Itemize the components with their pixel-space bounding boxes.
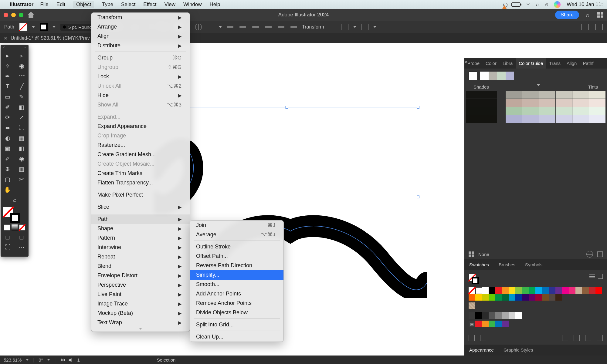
menubar-type[interactable]: Type bbox=[102, 2, 113, 8]
color-swatch[interactable] bbox=[529, 294, 535, 301]
menu-scroll-down-icon[interactable] bbox=[139, 328, 142, 330]
align-right-icon[interactable] bbox=[252, 24, 259, 30]
window-minimize-button[interactable] bbox=[11, 13, 16, 17]
magic-wand-tool[interactable]: ✧ bbox=[1, 61, 15, 71]
harmony-strip[interactable] bbox=[480, 72, 514, 80]
window-close-button[interactable] bbox=[4, 13, 8, 17]
menu-item[interactable]: Live Paint▶ bbox=[91, 290, 190, 299]
isolate-icon[interactable] bbox=[341, 24, 348, 30]
menubar-effect[interactable]: Effect bbox=[143, 2, 156, 8]
submenu-item[interactable]: Outline Stroke bbox=[190, 242, 283, 251]
siri-icon[interactable] bbox=[554, 1, 561, 8]
free-transform-tool[interactable]: ⛶ bbox=[15, 123, 29, 133]
gradient-tool[interactable]: ◧ bbox=[15, 143, 29, 153]
color-swatch[interactable] bbox=[495, 321, 502, 327]
menu-item[interactable]: Group⌘G bbox=[91, 53, 190, 62]
list-view-icon[interactable] bbox=[469, 251, 474, 257]
stroke-dropdown-icon[interactable] bbox=[53, 26, 56, 28]
panel-tab[interactable]: Libra bbox=[500, 58, 516, 69]
menu-item[interactable]: Rasterize... bbox=[91, 140, 190, 150]
color-swatch[interactable] bbox=[502, 287, 509, 294]
rotate-tool[interactable]: ⟳ bbox=[1, 112, 15, 123]
tint-swatch[interactable] bbox=[572, 99, 589, 107]
edit-toolbar-icon[interactable]: ⋯ bbox=[15, 242, 29, 252]
panel-close-icon[interactable]: ✕ bbox=[464, 59, 468, 64]
shades-tints-grid[interactable] bbox=[464, 91, 607, 123]
menubar-file[interactable]: File bbox=[40, 2, 48, 8]
color-swatch[interactable] bbox=[522, 294, 529, 301]
align-panel-button[interactable] bbox=[207, 24, 214, 30]
align-top-icon[interactable] bbox=[265, 24, 272, 30]
tint-swatch[interactable] bbox=[556, 99, 572, 107]
color-swatch[interactable] bbox=[489, 321, 495, 327]
menu-item[interactable]: Image Trace▶ bbox=[91, 299, 190, 308]
align-panel-dropdown-icon[interactable] bbox=[219, 26, 222, 28]
menu-item[interactable]: Make Pixel Perfect bbox=[91, 190, 190, 200]
menu-item[interactable]: Flatten Transparency... bbox=[91, 178, 190, 187]
eraser-tool[interactable]: ◧ bbox=[15, 102, 29, 112]
menu-item[interactable]: Intertwine▶ bbox=[91, 243, 190, 252]
submenu-item[interactable]: Remove Anchor Points bbox=[190, 298, 283, 308]
direct-selection-tool[interactable]: ▹ bbox=[15, 50, 29, 61]
none-mode-icon[interactable] bbox=[19, 224, 25, 231]
workspace-switcher-icon[interactable] bbox=[597, 12, 603, 18]
screen-mode-icon[interactable]: ⛶ bbox=[1, 242, 15, 252]
tint-swatch[interactable] bbox=[556, 107, 572, 115]
isolate-dropdown-icon[interactable] bbox=[353, 26, 356, 28]
menu-item[interactable]: Blend▶ bbox=[91, 261, 190, 271]
swatch-options-icon[interactable] bbox=[598, 274, 603, 279]
shaper-tool[interactable]: ✐ bbox=[1, 102, 15, 112]
submenu-item[interactable]: Divide Objects Below bbox=[190, 308, 283, 317]
color-swatch[interactable] bbox=[549, 294, 555, 301]
prev-artboard-icon[interactable]: ◀ bbox=[67, 357, 73, 362]
spotlight-search-icon[interactable]: ⌕ bbox=[536, 2, 539, 8]
gray-swatch[interactable] bbox=[502, 312, 509, 319]
color-swatch[interactable] bbox=[482, 287, 489, 294]
color-swatch[interactable] bbox=[475, 321, 482, 327]
color-swatch[interactable] bbox=[482, 294, 489, 301]
submenu-item[interactable]: Smooth... bbox=[190, 280, 283, 289]
menu-item[interactable]: Transform▶ bbox=[91, 13, 190, 22]
color-swatch[interactable] bbox=[515, 287, 522, 294]
color-swatch[interactable] bbox=[495, 287, 502, 294]
harmony-swatch[interactable] bbox=[497, 72, 506, 80]
tint-swatch[interactable] bbox=[589, 99, 605, 107]
rectangle-tool[interactable]: ▭ bbox=[1, 92, 15, 102]
paintbrush-tool[interactable]: ✎ bbox=[15, 92, 29, 102]
select-similar-icon[interactable] bbox=[361, 24, 368, 30]
select-similar-dropdown-icon[interactable] bbox=[373, 26, 376, 28]
tint-swatch[interactable] bbox=[572, 107, 589, 115]
shape-builder-tool[interactable]: ◐ bbox=[1, 133, 15, 143]
tint-swatch[interactable] bbox=[589, 91, 605, 99]
close-doc-tab-icon[interactable]: ✕ bbox=[4, 35, 8, 41]
color-swatch[interactable] bbox=[535, 294, 542, 301]
palette-close-icon[interactable]: × bbox=[2, 45, 5, 50]
color-swatch[interactable] bbox=[489, 294, 495, 301]
first-artboard-icon[interactable]: ⏮ bbox=[60, 357, 67, 362]
arrange-docs-icon[interactable] bbox=[595, 24, 603, 30]
tint-swatch[interactable] bbox=[539, 107, 555, 115]
color-swatch[interactable] bbox=[482, 321, 489, 327]
zoom-tool[interactable]: ⌕ bbox=[1, 195, 29, 205]
color-swatch[interactable] bbox=[569, 287, 575, 294]
menu-item[interactable]: Align▶ bbox=[91, 32, 190, 41]
scale-tool[interactable]: ⤢ bbox=[15, 112, 29, 123]
gradient-mode-icon[interactable] bbox=[12, 224, 18, 231]
window-fullscreen-button[interactable] bbox=[19, 13, 23, 17]
color-swatch[interactable] bbox=[562, 287, 569, 294]
pen-tool[interactable]: ✒ bbox=[1, 71, 15, 81]
color-group-row[interactable]: ▣ bbox=[469, 321, 603, 327]
artboard-tool[interactable]: ▢ bbox=[1, 174, 15, 184]
edit-colors-icon[interactable] bbox=[586, 251, 593, 258]
gray-swatch[interactable] bbox=[482, 312, 489, 319]
panel-bottom-tab[interactable]: Appearance bbox=[464, 345, 499, 356]
swatch-kind-icon[interactable] bbox=[480, 335, 486, 341]
menubar-help[interactable]: Help bbox=[210, 2, 220, 8]
align-left-icon[interactable] bbox=[227, 24, 233, 30]
tint-swatch[interactable] bbox=[522, 91, 539, 99]
none-swatch[interactable] bbox=[469, 287, 475, 294]
harmony-swatch[interactable] bbox=[506, 72, 514, 80]
gray-swatch[interactable] bbox=[495, 312, 502, 319]
submenu-item[interactable]: Simplify... bbox=[190, 270, 283, 280]
tint-swatch[interactable] bbox=[539, 115, 555, 123]
